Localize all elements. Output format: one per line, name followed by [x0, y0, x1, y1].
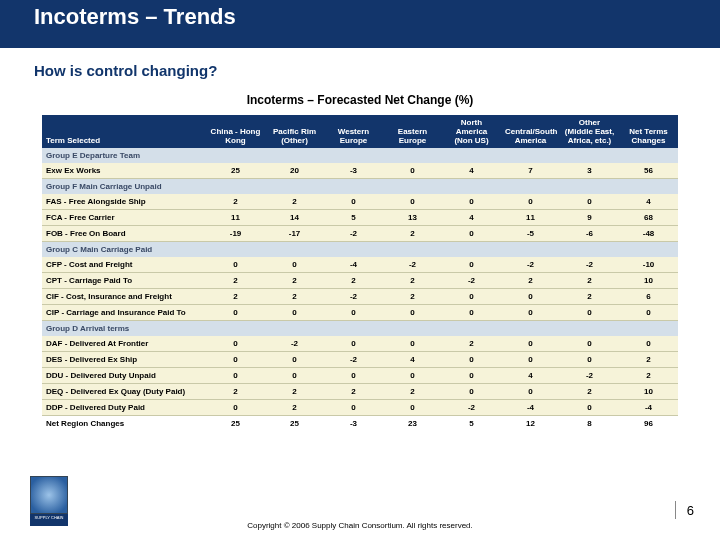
cell: 0 — [383, 305, 442, 321]
table-row: DAF - Delivered At Frontier0-2002000 — [42, 336, 678, 352]
cell: -2 — [324, 289, 383, 305]
cell: 3 — [560, 163, 619, 179]
table-row: CPT - Carriage Paid To2222-22210 — [42, 273, 678, 289]
cell: 0 — [383, 336, 442, 352]
cell: 2 — [501, 273, 560, 289]
cell: 0 — [324, 194, 383, 210]
col-header: Western Europe — [324, 115, 383, 148]
col-header: China - Hong Kong — [206, 115, 265, 148]
cell: 2 — [265, 273, 324, 289]
row-label: DDP - Delivered Duty Paid — [42, 400, 206, 416]
cell: 0 — [442, 352, 501, 368]
cell: 4 — [442, 163, 501, 179]
cell: 2 — [560, 289, 619, 305]
cell: 4 — [501, 368, 560, 384]
table-header: Term SelectedChina - Hong KongPacific Ri… — [42, 115, 678, 148]
cell: 2 — [560, 384, 619, 400]
cell: 0 — [206, 336, 265, 352]
cell: 2 — [265, 289, 324, 305]
row-label: FCA - Free Carrier — [42, 210, 206, 226]
cell: -3 — [324, 163, 383, 179]
cell: 0 — [324, 305, 383, 321]
cell: -2 — [265, 336, 324, 352]
cell: 14 — [265, 210, 324, 226]
cell: 56 — [619, 163, 678, 179]
table-row: FAS - Free Alongside Ship22000004 — [42, 194, 678, 210]
cell: 10 — [619, 273, 678, 289]
cell: -2 — [383, 257, 442, 273]
cell: 2 — [265, 400, 324, 416]
net-row: Net Region Changes2525-323512896 — [42, 416, 678, 432]
cell: 4 — [383, 352, 442, 368]
cell: 0 — [560, 400, 619, 416]
cell: -2 — [560, 257, 619, 273]
cell: 0 — [619, 305, 678, 321]
row-label: CIP - Carriage and Insurance Paid To — [42, 305, 206, 321]
table-row: DDP - Delivered Duty Paid0200-2-40-4 — [42, 400, 678, 416]
cell: 0 — [560, 336, 619, 352]
net-cell: 12 — [501, 416, 560, 432]
cell: 0 — [442, 194, 501, 210]
col-header: Pacific Rim (Other) — [265, 115, 324, 148]
cell: -2 — [324, 226, 383, 242]
copyright-footer: Copyright © 2006 Supply Chain Consortium… — [0, 521, 720, 530]
row-label: FOB - Free On Board — [42, 226, 206, 242]
cell: -4 — [619, 400, 678, 416]
cell: 10 — [619, 384, 678, 400]
cell: 0 — [265, 368, 324, 384]
cell: 0 — [206, 352, 265, 368]
cell: 4 — [619, 194, 678, 210]
cell: 2 — [442, 336, 501, 352]
net-cell: 5 — [442, 416, 501, 432]
cell: 0 — [324, 336, 383, 352]
col-header: Eastern Europe — [383, 115, 442, 148]
cell: 0 — [501, 336, 560, 352]
col-header: North America (Non US) — [442, 115, 501, 148]
col-header-term: Term Selected — [42, 115, 206, 148]
cell: -2 — [560, 368, 619, 384]
table-row: CFP - Cost and Freight00-4-20-2-2-10 — [42, 257, 678, 273]
cell: 13 — [383, 210, 442, 226]
cell: 0 — [324, 368, 383, 384]
row-label: DES - Delivered Ex Ship — [42, 352, 206, 368]
cell: 0 — [442, 384, 501, 400]
cell: 0 — [383, 368, 442, 384]
cell: 0 — [206, 368, 265, 384]
cell: 0 — [442, 257, 501, 273]
cell: 0 — [206, 257, 265, 273]
cell: 7 — [501, 163, 560, 179]
cell: 0 — [501, 352, 560, 368]
net-cell: 96 — [619, 416, 678, 432]
table-row: DDU - Delivered Duty Unpaid000004-22 — [42, 368, 678, 384]
cell: 0 — [383, 194, 442, 210]
cell: 2 — [324, 384, 383, 400]
cell: -17 — [265, 226, 324, 242]
net-cell: 23 — [383, 416, 442, 432]
cell: 0 — [560, 352, 619, 368]
cell: 2 — [383, 289, 442, 305]
cell: 2 — [206, 273, 265, 289]
cell: 2 — [619, 352, 678, 368]
col-header: Net Terms Changes — [619, 115, 678, 148]
incoterms-table: Term SelectedChina - Hong KongPacific Ri… — [42, 115, 678, 431]
cell: 0 — [265, 257, 324, 273]
cell: 9 — [560, 210, 619, 226]
table-row: DEQ - Delivered Ex Quay (Duty Paid)22220… — [42, 384, 678, 400]
row-label: CFP - Cost and Freight — [42, 257, 206, 273]
cell: -5 — [501, 226, 560, 242]
cell: -19 — [206, 226, 265, 242]
net-cell: 25 — [206, 416, 265, 432]
cell: 0 — [206, 400, 265, 416]
cell: 0 — [206, 305, 265, 321]
cell: 2 — [265, 194, 324, 210]
cell: 68 — [619, 210, 678, 226]
net-label: Net Region Changes — [42, 416, 206, 432]
cell: 2 — [383, 384, 442, 400]
cell: -2 — [324, 352, 383, 368]
cell: 2 — [383, 226, 442, 242]
cell: 2 — [619, 368, 678, 384]
cell: 0 — [501, 194, 560, 210]
cell: -4 — [324, 257, 383, 273]
cell: 0 — [560, 194, 619, 210]
row-label: FAS - Free Alongside Ship — [42, 194, 206, 210]
